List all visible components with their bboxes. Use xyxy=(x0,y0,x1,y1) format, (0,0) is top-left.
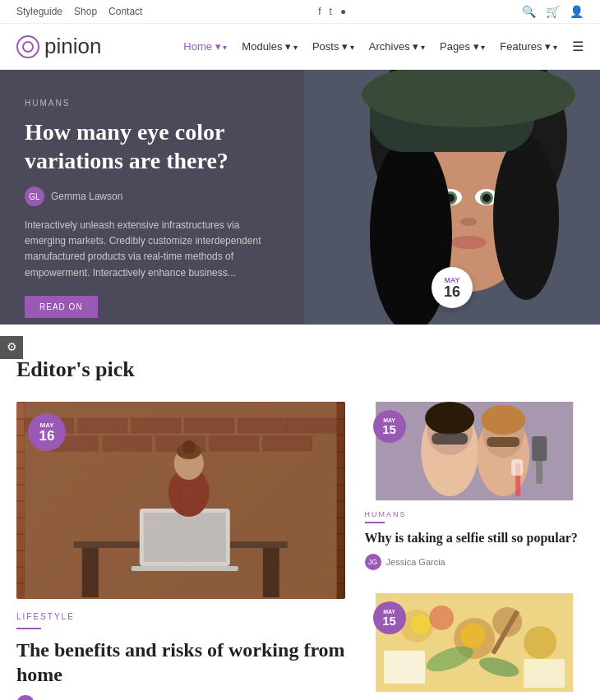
read-on-button[interactable]: READ ON xyxy=(25,296,98,318)
svg-rect-23 xyxy=(238,418,288,433)
svg-rect-67 xyxy=(524,659,565,688)
facebook-icon[interactable]: f xyxy=(318,6,321,17)
side-1-date: MAY 15 xyxy=(373,410,406,443)
settings-button[interactable]: ⚙ xyxy=(0,336,23,359)
svg-point-48 xyxy=(481,405,525,435)
side-2-day: 15 xyxy=(382,615,396,627)
hero-author-name: Gemma Lawson xyxy=(51,191,122,202)
section-title: Editor's pick xyxy=(16,357,584,382)
side-article-2-image: MAY 15 xyxy=(365,593,584,692)
side-1-cat-line xyxy=(365,522,385,523)
main-article-image: MAY 16 xyxy=(16,402,345,599)
user-icon[interactable]: 👤 xyxy=(570,5,584,18)
svg-rect-49 xyxy=(487,437,519,447)
svg-rect-29 xyxy=(263,436,312,451)
svg-rect-20 xyxy=(78,418,127,433)
shop-link[interactable]: Shop xyxy=(74,6,97,17)
instagram-icon[interactable]: ● xyxy=(340,6,346,17)
svg-rect-28 xyxy=(210,436,259,451)
nav-links: Home ▾ Modules ▾ Posts ▾ Archives ▾ Page… xyxy=(183,39,584,54)
svg-point-10 xyxy=(482,194,491,202)
svg-rect-24 xyxy=(288,418,337,433)
nav-features[interactable]: Features ▾ xyxy=(500,40,557,53)
logo-text: pinion xyxy=(44,34,101,59)
svg-point-62 xyxy=(524,626,556,659)
svg-rect-66 xyxy=(384,651,425,684)
top-bar-social: f t ● xyxy=(318,6,346,17)
search-icon[interactable]: 🔍 xyxy=(522,5,536,18)
gear-icon: ⚙ xyxy=(7,340,17,354)
side-1-category: HUMANS xyxy=(365,510,584,518)
nav-modules[interactable]: Modules ▾ xyxy=(242,40,298,53)
main-article-category: LIFESTYLE xyxy=(16,612,345,621)
svg-rect-26 xyxy=(103,436,152,451)
hero-author-row: GL Gemma Lawson xyxy=(25,187,279,206)
svg-rect-45 xyxy=(432,433,468,444)
hero-excerpt: Interactively unleash extensive infrastr… xyxy=(25,218,279,281)
side-1-author: Jessica Garcia xyxy=(386,557,445,567)
twitter-icon[interactable]: t xyxy=(330,6,332,17)
side-1-author-avatar: JG xyxy=(365,554,381,570)
side-1-day: 15 xyxy=(382,423,396,435)
side-article-1-image: MAY 15 xyxy=(365,402,584,500)
hero-section: HUMANS How many eye color variations are… xyxy=(0,70,600,325)
main-article-author-row: GL Gemma Lawson · 2 comments xyxy=(16,695,345,700)
svg-point-39 xyxy=(182,440,196,454)
svg-rect-53 xyxy=(532,436,547,461)
top-bar: Styleguide Shop Contact f t ● 🔍 🛒 👤 xyxy=(0,0,600,24)
main-date-day: 16 xyxy=(39,429,55,443)
svg-point-12 xyxy=(450,236,487,249)
hero-title: How many eye color variations are there? xyxy=(25,117,279,175)
category-line xyxy=(16,628,41,629)
side-article-1-content: HUMANS Why is taking a selfie still so p… xyxy=(365,500,584,577)
side-2-date: MAY 15 xyxy=(373,601,406,634)
side-article-2: MAY 15 ART How to become an artist in a … xyxy=(365,593,584,700)
svg-rect-32 xyxy=(263,548,279,597)
top-bar-icons: 🔍 🛒 👤 xyxy=(522,5,584,18)
hero-image: MAY 16 xyxy=(304,70,600,325)
nav-posts[interactable]: Posts ▾ xyxy=(312,40,354,53)
logo-icon xyxy=(16,35,39,58)
svg-rect-51 xyxy=(511,459,523,476)
svg-point-59 xyxy=(460,624,485,648)
svg-rect-31 xyxy=(82,548,99,597)
hero-category: HUMANS xyxy=(25,99,279,108)
hero-date-day: 16 xyxy=(444,284,460,299)
svg-point-14 xyxy=(493,136,559,300)
svg-point-57 xyxy=(411,615,431,634)
hamburger-menu[interactable]: ☰ xyxy=(572,39,584,54)
svg-point-44 xyxy=(425,402,474,435)
top-bar-links: Styleguide Shop Contact xyxy=(16,6,142,17)
svg-rect-35 xyxy=(132,566,238,571)
side-article-1: MAY 15 HUMANS Why is taking a selfie sti… xyxy=(365,402,584,577)
side-articles: MAY 15 HUMANS Why is taking a selfie sti… xyxy=(365,402,584,700)
svg-rect-21 xyxy=(132,418,181,433)
main-article: MAY 16 LIFESTYLE The benefits and risks … xyxy=(16,402,345,700)
nav-archives[interactable]: Archives ▾ xyxy=(369,40,425,53)
hero-date-badge: MAY 16 xyxy=(432,267,473,308)
side-article-2-content: ART How to become an artist in a month L… xyxy=(365,692,584,700)
nav-home[interactable]: Home ▾ xyxy=(183,40,227,53)
hero-author-avatar: GL xyxy=(25,187,44,206)
side-1-title: Why is taking a selfie still so popular? xyxy=(365,530,584,547)
hero-content: HUMANS How many eye color variations are… xyxy=(0,70,304,325)
side-1-author-row: JG Jessica Garcia xyxy=(365,554,584,570)
svg-point-60 xyxy=(429,606,454,630)
contact-link[interactable]: Contact xyxy=(108,6,142,17)
main-article-title: The benefits and risks of working from h… xyxy=(16,638,345,687)
styleguide-link[interactable]: Styleguide xyxy=(16,6,62,17)
cart-icon[interactable]: 🛒 xyxy=(546,5,560,18)
svg-rect-34 xyxy=(144,513,226,562)
logo[interactable]: pinion xyxy=(16,34,101,59)
nav-pages[interactable]: Pages ▾ xyxy=(440,40,485,53)
main-author-avatar: GL xyxy=(16,695,35,700)
editors-pick-section: Editor's pick xyxy=(0,325,600,700)
svg-point-11 xyxy=(460,218,477,226)
navbar: pinion Home ▾ Modules ▾ Posts ▾ Archives… xyxy=(0,24,600,70)
svg-rect-22 xyxy=(185,418,234,433)
main-article-date: MAY 16 xyxy=(28,413,66,451)
editors-grid: MAY 16 LIFESTYLE The benefits and risks … xyxy=(16,402,584,700)
main-article-meta: LIFESTYLE The benefits and risks of work… xyxy=(16,599,345,700)
